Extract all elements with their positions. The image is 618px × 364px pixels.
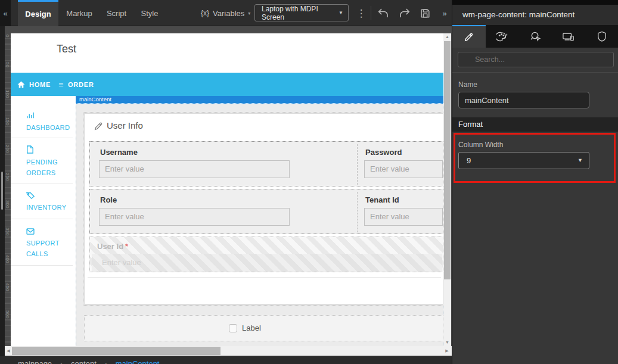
tab-script-label: Script (107, 9, 126, 18)
top-toolbar: « Design Markup Script Style {x} Variabl… (0, 0, 452, 26)
username-input[interactable]: Enter value (99, 160, 290, 178)
ruler-tick: 100 (5, 90, 10, 98)
name-field-label: Name (458, 80, 477, 89)
required-marker: * (125, 242, 128, 251)
canvas-horizontal-scrollbar[interactable]: ◀ ▶ (5, 346, 452, 356)
tab-style[interactable]: Style (135, 0, 164, 26)
ruler-tick: 400 (5, 255, 10, 263)
tab-style-label: Style (141, 9, 159, 18)
scroll-left-icon[interactable]: ◀ (5, 346, 12, 356)
breadcrumb-item-maincontent[interactable]: mainContent (116, 359, 160, 364)
user-id-input[interactable]: Enter value (92, 254, 442, 272)
chevron-right-icon: › (60, 360, 63, 364)
sidebar-item-label: PENDING ORDERS (26, 157, 69, 178)
left-scrollbar-thumb[interactable] (1, 172, 3, 210)
ruler-tick: 150 (5, 117, 10, 125)
sidebar-item-dashboard[interactable]: DASHBOARD (11, 104, 73, 138)
shield-icon (597, 31, 607, 42)
vertical-scrollbar-thumb[interactable] (444, 41, 451, 279)
device-select-value: Laptop with MDPI Screen (262, 5, 335, 21)
nav-item-order[interactable]: ≡ ORDER (58, 73, 94, 96)
ruler-tick: 450 (5, 283, 10, 291)
scroll-down-icon[interactable]: ▼ (443, 339, 451, 346)
sidebar-item-label: INVENTORY (26, 202, 69, 213)
column-divider (357, 192, 358, 232)
hidden-field-row: User Id* Enter value (89, 237, 443, 272)
search-input[interactable] (458, 52, 614, 67)
variables-dropdown[interactable]: {x} Variables ▾ (201, 0, 250, 26)
ruler-tick: 350 (5, 228, 10, 235)
checkbox-label: Label (242, 323, 261, 332)
tab-devices[interactable] (552, 25, 585, 48)
password-input[interactable]: Enter value (364, 160, 443, 178)
vertical-ruler: 050100150200250300350400450500 (5, 33, 11, 346)
panel-divider (88, 277, 441, 278)
undo-button[interactable] (375, 6, 391, 20)
design-canvas-region: 050100150200250300350400450500 Test HOME… (0, 26, 452, 356)
canvas-vertical-scrollbar[interactable]: ▲ ▼ (443, 33, 451, 346)
role-input[interactable]: Enter value (99, 208, 290, 226)
field-label-password: Password (365, 148, 402, 157)
palette-icon (496, 32, 508, 42)
sidebar-item-label: DASHBOARD (26, 122, 69, 133)
selected-widget-tag[interactable]: mainContent (76, 96, 443, 104)
left-edge-strip (0, 26, 5, 356)
wavemaker-studio-window: « Design Markup Script Style {x} Variabl… (0, 0, 618, 364)
checkbox[interactable] (229, 324, 237, 332)
devices-icon (563, 32, 574, 41)
sidebar-item-support-calls[interactable]: SUPPORT CALLS (11, 219, 73, 266)
nav-order-label: ORDER (68, 81, 94, 88)
tab-events[interactable] (519, 25, 552, 48)
inspector-tabs (452, 25, 618, 48)
tab-design[interactable]: Design (18, 0, 58, 26)
page-left-nav: DASHBOARD PENDING ORDERS INVENTORY SUPPO… (11, 104, 73, 346)
redo-icon (399, 8, 411, 18)
tab-script[interactable]: Script (100, 0, 133, 26)
checkbox-widget-section[interactable]: Label (84, 315, 443, 341)
breadcrumb-item-content[interactable]: content (71, 359, 97, 364)
variables-label: Variables (213, 9, 244, 18)
device-preview-select[interactable]: Laptop with MDPI Screen ▼ (254, 4, 349, 21)
horizontal-scrollbar-thumb[interactable] (12, 347, 221, 355)
panel-title: wm-page-content: mainContent (452, 5, 618, 25)
undo-icon (377, 8, 389, 18)
collapse-left-panel-button[interactable]: « (0, 0, 11, 26)
tenant-id-input[interactable]: Enter value (364, 208, 443, 226)
nav-item-home[interactable]: HOME (17, 73, 51, 96)
scroll-right-icon[interactable]: ▶ (443, 346, 451, 356)
tab-markup-label: Markup (66, 9, 92, 18)
pointer-search-icon (530, 31, 541, 42)
more-options-button[interactable]: ⋮ (355, 0, 367, 26)
form-row: Role Enter value Tenant Id Enter value (89, 189, 443, 234)
file-icon (26, 145, 33, 156)
ruler-tick: 50 (5, 62, 10, 67)
expand-right-panel-button[interactable]: » (437, 0, 452, 26)
column-divider (357, 144, 358, 185)
caret-down-icon: ▼ (338, 10, 343, 15)
scroll-up-icon[interactable]: ▲ (443, 33, 451, 41)
redo-button[interactable] (397, 6, 412, 20)
tab-markup[interactable]: Markup (61, 0, 97, 26)
name-input[interactable] (458, 92, 589, 108)
tab-styles[interactable] (486, 25, 519, 48)
chevron-right-icon: › (105, 360, 107, 364)
tab-properties[interactable] (452, 25, 486, 48)
main-content-area[interactable]: User Info Username Enter value Password … (76, 104, 443, 346)
inspector-search-row (452, 48, 618, 73)
expand-icon: » (442, 9, 446, 18)
sidebar-item-pending-orders[interactable]: PENDING ORDERS (11, 138, 73, 183)
panel-top-strip (452, 0, 618, 5)
home-icon (17, 81, 25, 88)
sidebar-item-label: SUPPORT CALLS (26, 238, 69, 259)
column-width-select[interactable]: 9 ▼ (458, 152, 589, 169)
breadcrumb-item-mainpage[interactable]: mainpage (18, 359, 52, 364)
save-icon (420, 8, 431, 19)
ruler-tick: 250 (5, 173, 10, 181)
user-info-form-panel[interactable]: User Info Username Enter value Password … (84, 113, 443, 304)
field-label-role: Role (100, 195, 117, 204)
column-width-label: Column Width (458, 141, 503, 149)
save-button[interactable] (417, 6, 433, 20)
column-width-value: 9 (467, 156, 471, 165)
sidebar-item-inventory[interactable]: INVENTORY (11, 183, 73, 219)
tab-security[interactable] (585, 25, 618, 48)
